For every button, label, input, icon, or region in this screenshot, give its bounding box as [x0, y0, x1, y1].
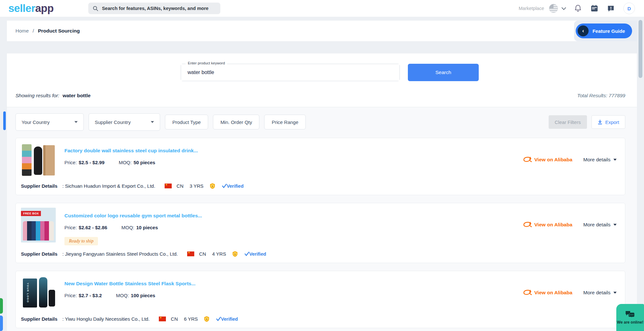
product-type-filter-button[interactable]: Product Type [165, 115, 208, 129]
moq-value: 100 pieces [131, 293, 155, 298]
page-scrollbar-thumb[interactable] [639, 20, 642, 78]
chevron-down-icon [74, 121, 78, 123]
supplier-years: 6 YRS [184, 316, 198, 322]
product-card-actions: View on Alibaba More details [523, 156, 617, 163]
supplier-details-label: Supplier Details [21, 183, 57, 189]
supplier-details-label: Supplier Details [21, 251, 57, 257]
chevron-down-icon [613, 224, 617, 226]
results-divider [7, 107, 637, 107]
chevron-down-icon [613, 159, 617, 161]
marketplace-flag-icon[interactable] [549, 4, 558, 13]
chevron-down-icon[interactable] [562, 5, 566, 10]
verified-badge: Verified [245, 251, 266, 257]
search-button[interactable]: Search [408, 64, 479, 81]
more-details-button[interactable]: More details [583, 222, 617, 228]
alibaba-icon [523, 289, 532, 296]
product-image-art [43, 145, 55, 175]
feedback-icon[interactable] [607, 5, 615, 12]
supplier-country-dropdown[interactable]: Supplier Country [89, 113, 160, 131]
product-image[interactable] [21, 143, 56, 177]
more-details-label: More details [583, 157, 610, 163]
left-edge-tab-green[interactable] [0, 298, 3, 314]
feature-guide-button[interactable]: ‹ Feature Guide [576, 24, 632, 38]
price-value: $2.5 - $2.99 [79, 160, 104, 165]
product-image[interactable]: FREE BOX [21, 208, 56, 242]
price-label: Price: [64, 293, 77, 298]
cn-flag-icon: ★ [187, 251, 194, 256]
more-details-button[interactable]: More details [583, 157, 617, 163]
supplier-years: 3 YRS [190, 183, 204, 189]
global-search[interactable] [88, 3, 220, 14]
verified-label: Verified [221, 317, 238, 322]
supplier-row: Supplier Details : Sichuan Huadun Import… [21, 183, 619, 189]
price-label: Price: [64, 160, 77, 165]
product-card: Factory double wall stainless steel cup … [15, 138, 625, 195]
supplier-details-label: Supplier Details [21, 316, 57, 322]
download-icon [598, 119, 602, 125]
product-card-actions: View on Alibaba More details [523, 221, 617, 228]
gold-supplier-icon: $ [210, 183, 215, 189]
breadcrumb-current: Product Sourcing [38, 28, 80, 34]
product-title-link[interactable]: Factory double wall stainless steel cup … [64, 148, 198, 154]
breadcrumb-separator: / [33, 28, 34, 34]
svg-text:$: $ [234, 253, 236, 256]
product-image-text: FREE BOX [21, 211, 41, 216]
price-value: $2.7 - $3.2 [79, 293, 102, 298]
view-on-alibaba-link[interactable]: View on Alibaba [523, 156, 572, 163]
min-order-qty-filter-button[interactable]: Min. Order Qty [213, 115, 259, 129]
verified-label: Verified [249, 251, 266, 257]
product-image-art [23, 221, 54, 241]
total-results-label: Total Results: [577, 93, 607, 98]
your-country-dropdown[interactable]: Your Country [15, 113, 84, 131]
sellerapp-logo[interactable]: sellerapp [8, 2, 53, 14]
view-on-alibaba-label: View on Alibaba [534, 222, 572, 228]
breadcrumb-band: Home / Product Sourcing ‹ Feature Guide [6, 21, 637, 41]
product-image[interactable]: YOUR LOGO [21, 276, 56, 310]
total-results: Total Results: 777899 [577, 93, 625, 99]
keyword-field [181, 64, 400, 81]
moq-label: MOQ: [116, 293, 129, 298]
chevron-down-icon [151, 121, 154, 123]
svg-text:$: $ [212, 185, 213, 188]
showing-results-label: Showing results for: [15, 93, 59, 98]
user-avatar[interactable]: D [623, 3, 635, 14]
product-title-link[interactable]: Customized color logo reusable gym sport… [64, 213, 202, 219]
check-icon [216, 317, 221, 321]
breadcrumb-home-link[interactable]: Home [15, 28, 29, 34]
feature-guide-label: Feature Guide [592, 28, 625, 34]
marketplace-label: Marketplace [519, 6, 544, 11]
notifications-bell-icon[interactable] [574, 4, 582, 13]
product-image-art [34, 147, 42, 175]
left-edge-tab-blue[interactable] [0, 316, 3, 331]
supplier-country-code: CN [199, 251, 206, 257]
chat-status-text: We are online! [617, 320, 643, 325]
your-country-label: Your Country [22, 119, 50, 125]
check-icon [222, 184, 227, 188]
supplier-country-code: CN [171, 316, 178, 322]
price-range-filter-button[interactable]: Price Range [264, 115, 306, 129]
product-sourcing-panel: Enter product keyword Search Showing res… [6, 53, 637, 331]
export-button[interactable]: Export [591, 115, 625, 129]
more-details-label: More details [583, 290, 610, 296]
view-on-alibaba-link[interactable]: View on Alibaba [523, 221, 572, 228]
product-image-text: YOUR LOGO [26, 283, 29, 303]
global-search-input[interactable] [102, 6, 216, 11]
clear-filters-button[interactable]: Clear Filters [549, 115, 587, 129]
alibaba-icon [523, 221, 532, 228]
supplier-row: Supplier Details : Jieyang Fangyuan Stai… [21, 251, 619, 257]
keyword-input[interactable] [181, 64, 399, 81]
keyword-field-label: Enter product keyword [186, 61, 227, 65]
export-label: Export [605, 119, 619, 125]
calendar-icon[interactable] [591, 5, 598, 12]
svg-text:$: $ [206, 318, 207, 321]
product-title-link[interactable]: New Design Water Bottle Stainless Steel … [64, 281, 196, 287]
product-image-art [39, 277, 47, 307]
product-card-list: Factory double wall stainless steel cup … [15, 138, 625, 331]
view-on-alibaba-link[interactable]: View on Alibaba [523, 289, 572, 296]
view-on-alibaba-label: View on Alibaba [534, 157, 572, 163]
top-bar: sellerapp Marketplace D [0, 0, 644, 17]
chevron-down-icon [613, 292, 617, 294]
live-chat-widget[interactable]: We are online! [616, 304, 644, 331]
more-details-button[interactable]: More details [583, 290, 617, 296]
supplier-row: Supplier Details : Yiwu Honglu Daily Nec… [21, 316, 619, 322]
